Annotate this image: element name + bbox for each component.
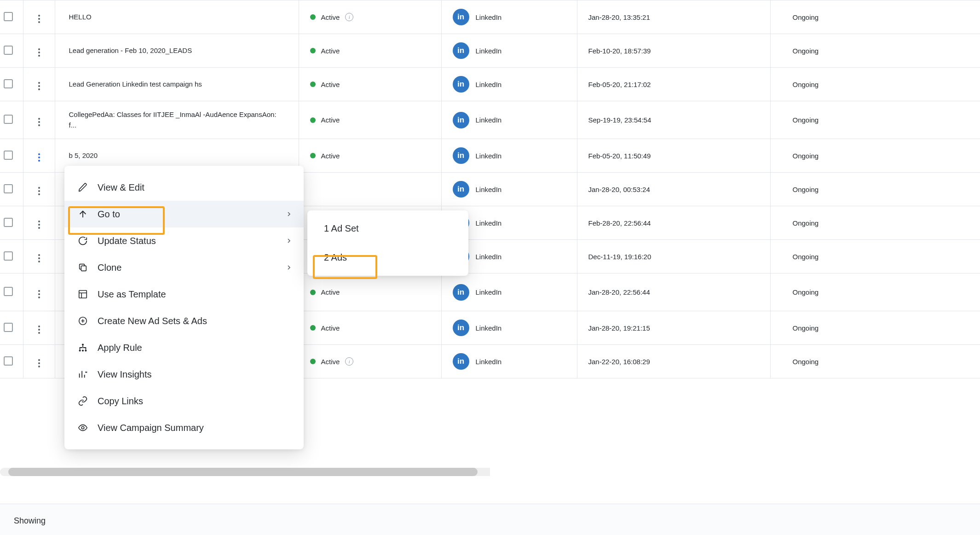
kebab-icon[interactable] — [35, 152, 44, 163]
channel-label: LinkedIn — [476, 13, 502, 21]
schedule-cell: Ongoing — [770, 240, 980, 273]
channel-label: LinkedIn — [476, 219, 502, 227]
row-checkbox[interactable] — [4, 218, 13, 227]
row-checkbox[interactable] — [4, 251, 13, 261]
status-label: Active — [321, 81, 340, 88]
menu-view-edit[interactable]: View & Edit — [64, 174, 304, 201]
row-checkbox[interactable] — [4, 287, 13, 296]
kebab-icon[interactable] — [35, 81, 44, 91]
status-label: Active — [321, 13, 340, 21]
kebab-icon[interactable] — [35, 289, 44, 299]
plus-circle-icon — [77, 315, 88, 326]
svg-point-6 — [85, 349, 86, 351]
menu-label: Create New Ad Sets & Ads — [98, 316, 207, 326]
kebab-icon[interactable] — [35, 253, 44, 263]
menu-go-to[interactable]: Go to — [64, 201, 304, 227]
schedule-cell: Ongoing — [770, 273, 980, 311]
date-cell: Feb-10-20, 18:57:39 — [577, 34, 770, 68]
linkedin-icon: in — [453, 147, 469, 164]
channel-label: LinkedIn — [476, 358, 502, 366]
menu-use-as-template[interactable]: Use as Template — [64, 281, 304, 308]
row-checkbox[interactable] — [4, 46, 13, 55]
row-actions-cell — [23, 206, 55, 240]
row-checkbox-cell — [0, 345, 23, 378]
row-actions-cell — [23, 0, 55, 34]
menu-label: Go to — [98, 209, 120, 220]
channel-label: LinkedIn — [476, 47, 502, 55]
status-cell: Activei — [299, 0, 441, 34]
row-actions-cell — [23, 311, 55, 345]
menu-update-status[interactable]: Update Status — [64, 227, 304, 254]
template-icon — [77, 289, 88, 300]
channel-cell: inLinkedIn — [441, 173, 577, 206]
menu-clone[interactable]: Clone — [64, 254, 304, 281]
table-row: HELLOActiveiinLinkedInJan-28-20, 13:35:2… — [0, 0, 980, 34]
linkedin-icon: in — [453, 76, 469, 93]
linkedin-icon: in — [453, 284, 469, 301]
row-checkbox[interactable] — [4, 79, 13, 88]
channel-cell: inLinkedIn — [441, 311, 577, 345]
row-checkbox-cell — [0, 240, 23, 273]
status-label: Active — [321, 152, 340, 160]
row-checkbox[interactable] — [4, 151, 13, 160]
row-actions-cell — [23, 34, 55, 68]
kebab-icon[interactable] — [35, 186, 44, 196]
row-checkbox-cell — [0, 101, 23, 139]
menu-label: Use as Template — [98, 289, 166, 300]
info-icon[interactable]: i — [345, 357, 353, 366]
row-actions-cell — [23, 345, 55, 378]
schedule-cell: Ongoing — [770, 311, 980, 345]
status-cell — [299, 173, 441, 206]
kebab-icon[interactable] — [35, 117, 44, 127]
status-dot-icon — [310, 81, 316, 87]
date-cell: Jan-28-20, 19:21:15 — [577, 311, 770, 345]
kebab-icon[interactable] — [35, 358, 44, 368]
schedule-cell: Ongoing — [770, 206, 980, 240]
submenu-ads[interactable]: 2 Ads — [307, 243, 468, 272]
channel-cell: inLinkedIn — [441, 345, 577, 378]
row-checkbox[interactable] — [4, 323, 13, 332]
campaign-name-cell[interactable]: CollegePedAa: Classes for IITJEE _InmaAl… — [55, 101, 299, 139]
channel-label: LinkedIn — [476, 152, 502, 160]
status-cell: Active — [299, 311, 441, 345]
chevron-right-icon — [285, 237, 293, 244]
row-actions-cell — [23, 101, 55, 139]
menu-create-new-adsets[interactable]: Create New Ad Sets & Ads — [64, 308, 304, 334]
row-checkbox[interactable] — [4, 115, 13, 124]
status-dot-icon — [310, 117, 316, 123]
status-label: Active — [321, 324, 340, 332]
row-checkbox-cell — [0, 273, 23, 311]
date-cell: Feb-05-20, 11:50:49 — [577, 139, 770, 173]
schedule-cell: Ongoing — [770, 101, 980, 139]
campaign-name-cell[interactable]: HELLO — [55, 0, 299, 34]
campaign-name-cell[interactable]: Lead generation - Feb 10, 2020_LEADS — [55, 34, 299, 68]
status-dot-icon — [310, 14, 316, 20]
hierarchy-icon — [77, 342, 88, 353]
chevron-right-icon — [285, 264, 293, 271]
menu-view-insights[interactable]: View Insights — [64, 361, 304, 378]
menu-apply-rule[interactable]: Apply Rule — [64, 334, 304, 361]
row-checkbox-cell — [0, 0, 23, 34]
status-dot-icon — [310, 48, 316, 53]
submenu-ad-set[interactable]: 1 Ad Set — [307, 214, 468, 243]
kebab-icon[interactable] — [35, 47, 44, 58]
kebab-icon[interactable] — [35, 14, 44, 24]
status-cell: Active — [299, 34, 441, 68]
info-icon[interactable]: i — [345, 13, 353, 21]
status-cell: Active — [299, 101, 441, 139]
kebab-icon[interactable] — [35, 220, 44, 230]
menu-label: Apply Rule — [98, 343, 142, 353]
kebab-icon[interactable] — [35, 325, 44, 335]
row-checkbox-cell — [0, 311, 23, 345]
row-checkbox[interactable] — [4, 12, 13, 21]
svg-rect-1 — [79, 291, 87, 298]
date-cell: Jan-28-20, 00:53:24 — [577, 173, 770, 206]
svg-point-4 — [79, 349, 81, 351]
chevron-right-icon — [285, 210, 293, 218]
row-actions-cell — [23, 240, 55, 273]
row-checkbox[interactable] — [4, 356, 13, 366]
row-checkbox[interactable] — [4, 184, 13, 193]
channel-label: LinkedIn — [476, 116, 502, 124]
campaign-name-cell[interactable]: Lead Generation Linkedin test campaign h… — [55, 68, 299, 101]
arrow-up-icon — [77, 209, 88, 220]
